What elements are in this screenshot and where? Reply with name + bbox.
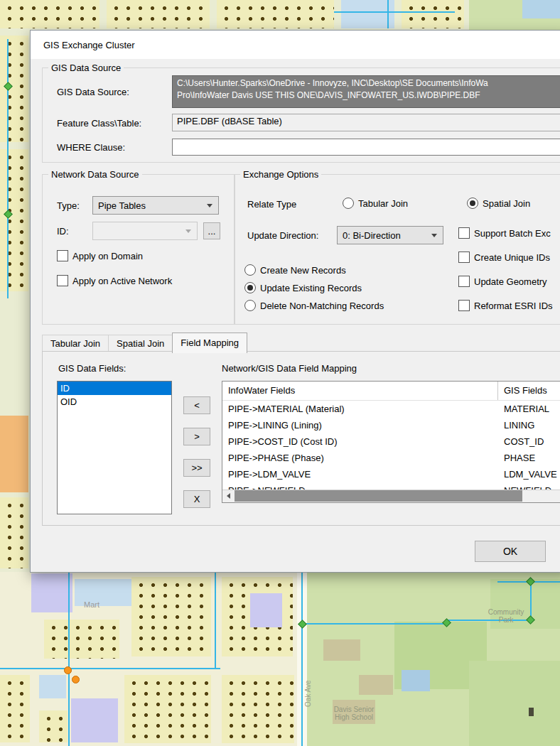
list-item[interactable]: ID [58, 382, 171, 395]
radio-icon [244, 282, 256, 293]
radio-label: Delete Non-Matching Records [260, 301, 384, 311]
gis-data-source-path-field[interactable]: C:\Users\Hunter.Sparks\OneDrive - Innovy… [172, 75, 560, 108]
group-legend: Exchange Options [240, 169, 321, 180]
gis-data-fields-label: GIS Data Fields: [58, 363, 126, 374]
mapping-title: Network/GIS Data Field Mapping [222, 363, 357, 374]
radio-tabular-join[interactable]: Tabular Join [343, 198, 408, 209]
move-right-button[interactable]: > [183, 428, 210, 445]
move-left-button[interactable]: < [183, 396, 210, 414]
map-parcel [0, 416, 28, 492]
cell-gis: MATERIAL [498, 401, 549, 417]
tab-tabular-join[interactable]: Tabular Join [42, 335, 109, 352]
radio-icon [244, 300, 256, 311]
update-direction-label: Update Direction: [247, 230, 318, 241]
type-combo[interactable]: Pipe Tables [92, 196, 219, 215]
cell-infowater: PIPE->LDM_VALVE [222, 466, 498, 482]
table-row[interactable]: PIPE->COST_ID (Cost ID) COST_ID [222, 433, 560, 450]
map-parcel [0, 497, 28, 568]
radio-label: Tabular Join [358, 198, 408, 209]
column-header-infowater-fields: InfoWater Fields [222, 382, 498, 400]
scroll-left-arrow-icon[interactable] [222, 490, 235, 502]
map-pipe [68, 572, 70, 746]
tab-label: Field Mapping [181, 337, 239, 348]
map-parcel [522, 0, 560, 18]
checkbox-icon [458, 252, 470, 263]
map-parcel [0, 0, 99, 28]
map-parcel [402, 0, 464, 28]
map-parcel [44, 620, 119, 659]
table-row[interactable]: PIPE->PHASE (Phase) PHASE [222, 450, 560, 466]
checkbox-create-unique-ids[interactable]: Create Unique IDs [458, 252, 550, 263]
tab-label: Spatial Join [117, 338, 164, 349]
column-header-gis-fields: GIS Fields [498, 382, 547, 400]
id-browse-button[interactable]: ... [203, 222, 220, 239]
field-mapping-panel: GIS Data Fields: ID OID < > >> X Network… [42, 351, 560, 526]
type-combo-value: Pipe Tables [98, 200, 146, 211]
radio-icon [244, 264, 256, 276]
map-pipe [301, 623, 446, 625]
cell-infowater: PIPE->PHASE (Phase) [222, 450, 498, 466]
checkbox-icon [57, 250, 68, 261]
update-direction-combo[interactable]: 0: Bi-Direction [337, 226, 443, 244]
table-row[interactable]: PIPE->LDM_VALVE LDM_VALVE [222, 466, 560, 482]
id-label: ID: [57, 226, 69, 237]
checkbox-update-geometry[interactable]: Update Geometry [458, 276, 547, 287]
remove-mapping-button[interactable]: X [183, 490, 210, 508]
scrollbar-thumb[interactable] [235, 490, 522, 502]
radio-spatial-join[interactable]: Spatial Join [467, 198, 530, 209]
map-junction-icon [72, 676, 80, 683]
tab-strip: Tabular Join Spatial Join Field Mapping [42, 334, 247, 352]
move-all-right-button[interactable]: >> [183, 459, 210, 477]
map-parcel [31, 573, 72, 612]
map-building [359, 675, 393, 695]
checkbox-support-batch-exchange[interactable]: Support Batch Exc [458, 227, 551, 239]
radio-label: Create New Records [260, 265, 346, 276]
checkbox-icon [57, 275, 68, 286]
checkbox-reformat-esri-ids[interactable]: Reformat ESRI IDs [458, 300, 553, 311]
checkbox-label: Apply on Active Network [72, 276, 172, 286]
gis-fields-listbox[interactable]: ID OID [57, 381, 172, 514]
map-parcel [217, 0, 334, 28]
map-parcel [222, 675, 294, 743]
tab-field-mapping[interactable]: Field Mapping [172, 333, 247, 353]
map-parcel [250, 593, 282, 627]
dialog-titlebar[interactable]: GIS Exchange Cluster [31, 31, 560, 59]
cell-infowater: PIPE->COST_ID (Cost ID) [222, 433, 498, 450]
gis-exchange-cluster-dialog: GIS Exchange Cluster GIS Data Source GIS… [30, 30, 560, 573]
checkbox-apply-on-domain[interactable]: Apply on Domain [57, 250, 143, 261]
ok-button[interactable]: OK [475, 541, 546, 562]
group-network-data-source: Network Data Source Type: Pipe Tables ID… [42, 174, 235, 325]
radio-label: Update Existing Records [260, 283, 362, 293]
checkbox-label: Create Unique IDs [474, 252, 550, 263]
list-item[interactable]: OID [58, 395, 171, 409]
gis-data-source-label: GIS Data Source: [57, 87, 129, 97]
where-clause-input[interactable] [172, 139, 560, 156]
map-label-street: Oak Ave [304, 680, 312, 707]
table-row[interactable]: PIPE->LINING (Lining) LINING [222, 417, 560, 433]
tab-spatial-join[interactable]: Spatial Join [108, 335, 173, 352]
checkbox-apply-on-active-network[interactable]: Apply on Active Network [57, 275, 172, 286]
cell-gis: LINING [498, 417, 534, 433]
radio-delete-non-matching-records[interactable]: Delete Non-Matching Records [244, 300, 384, 311]
feature-class-field[interactable]: PIPE.DBF (dBASE Table) [172, 114, 560, 131]
horizontal-scrollbar[interactable] [222, 490, 560, 502]
button-label: < [194, 400, 200, 411]
map-parcel [39, 675, 66, 698]
field-mapping-table[interactable]: InfoWater Fields GIS Fields PIPE->MATERI… [222, 381, 560, 503]
id-combo[interactable] [92, 222, 198, 240]
button-label: >> [191, 463, 202, 473]
map-flag-icon [529, 708, 534, 716]
group-legend: Network Data Source [48, 169, 142, 180]
update-direction-value: 0: Bi-Direction [343, 230, 401, 241]
radio-update-existing-records[interactable]: Update Existing Records [244, 282, 362, 293]
table-row[interactable]: PIPE->MATERIAL (Material) MATERIAL [222, 401, 560, 417]
group-legend: GIS Data Source [48, 63, 124, 73]
group-exchange-options: Exchange Options Relate Type Tabular Joi… [234, 174, 560, 325]
map-parcel [131, 577, 211, 656]
checkbox-icon [458, 227, 470, 239]
map-building [402, 670, 430, 691]
radio-create-new-records[interactable]: Create New Records [244, 264, 346, 276]
dialog-title: GIS Exchange Cluster [43, 40, 135, 50]
ok-button-label: OK [503, 546, 517, 557]
map-pipe [0, 668, 220, 669]
